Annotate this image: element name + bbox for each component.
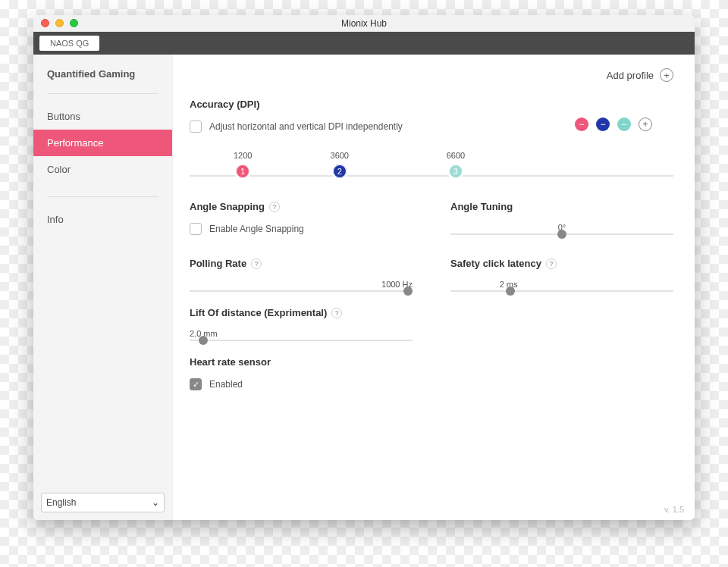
accuracy-title: Accuracy (DPI) [190, 99, 673, 110]
help-icon[interactable]: ? [269, 202, 280, 212]
independent-dpi-label: Adjust horizontal and vertical DPI indep… [209, 121, 403, 132]
dpi-slider[interactable]: 1200 1 3600 2 6600 3 [190, 151, 673, 186]
dpi-stop-3[interactable]: 6600 3 [433, 151, 479, 180]
titlebar: Mionix Hub [33, 15, 695, 32]
slider-thumb[interactable] [557, 230, 566, 239]
dpi-badge-3[interactable]: − [617, 117, 631, 131]
main-panel: Add profile + Accuracy (DPI) Adjust hori… [173, 55, 695, 520]
dpi-badge-2[interactable]: − [596, 117, 610, 131]
angle-tuning-slider[interactable]: 0° [450, 223, 673, 235]
add-profile-label[interactable]: Add profile [607, 70, 654, 81]
language-select[interactable]: English ⌄ [41, 493, 165, 512]
dpi-stop-2[interactable]: 3600 2 [317, 151, 362, 180]
help-icon[interactable]: ? [331, 308, 342, 318]
help-icon[interactable]: ? [546, 258, 557, 269]
slider-thumb[interactable] [199, 336, 208, 345]
angle-tuning-title: Angle Tuning [450, 201, 513, 212]
app-window: Mionix Hub NAOS QG Quantified Gaming But… [33, 15, 695, 520]
help-icon[interactable]: ? [251, 258, 262, 269]
dpi-badge-1[interactable]: − [575, 117, 588, 131]
angle-snapping-checkbox[interactable] [190, 223, 202, 235]
minimize-icon[interactable] [55, 19, 64, 27]
device-tab[interactable]: NAOS QG [39, 36, 99, 51]
heart-checkbox[interactable] [190, 378, 202, 390]
sidebar-header[interactable]: Quantified Gaming [33, 68, 172, 80]
language-value: English [46, 497, 76, 508]
sidebar-item-info[interactable]: Info [33, 206, 172, 233]
sidebar: Quantified Gaming Buttons Performance Co… [33, 55, 173, 520]
lod-title: Lift Of distance (Exprimental) [190, 307, 327, 318]
sidebar-item-color[interactable]: Color [33, 156, 172, 183]
lod-slider[interactable]: 2.0 mm [190, 329, 413, 341]
polling-slider[interactable]: 1000 Hz [190, 280, 413, 292]
heart-title: Heart rate sensor [190, 356, 271, 368]
add-profile-button[interactable]: + [660, 68, 673, 82]
angle-snapping-title: Angle Snapping [190, 201, 265, 212]
close-icon[interactable] [41, 19, 49, 27]
slider-thumb[interactable] [403, 287, 413, 296]
chevron-down-icon: ⌄ [152, 497, 159, 508]
dpi-badge-add[interactable]: + [639, 117, 652, 131]
device-bar: NAOS QG [33, 32, 695, 55]
angle-snapping-label: Enable Angle Snapping [209, 224, 304, 234]
heart-label: Enabled [209, 379, 243, 390]
zoom-icon[interactable] [70, 19, 78, 27]
safety-slider[interactable]: 2 ms [450, 280, 673, 292]
sidebar-item-buttons[interactable]: Buttons [33, 103, 172, 130]
independent-dpi-checkbox[interactable] [190, 121, 202, 133]
polling-title: Polling Rate [190, 258, 246, 269]
sidebar-item-performance[interactable]: Performance [33, 130, 172, 156]
slider-thumb[interactable] [506, 287, 515, 296]
safety-title: Safety click latency [450, 258, 541, 269]
dpi-stop-1[interactable]: 1200 1 [220, 151, 265, 180]
version-label: v. 1.5 [664, 505, 684, 514]
window-title: Mionix Hub [33, 18, 695, 29]
